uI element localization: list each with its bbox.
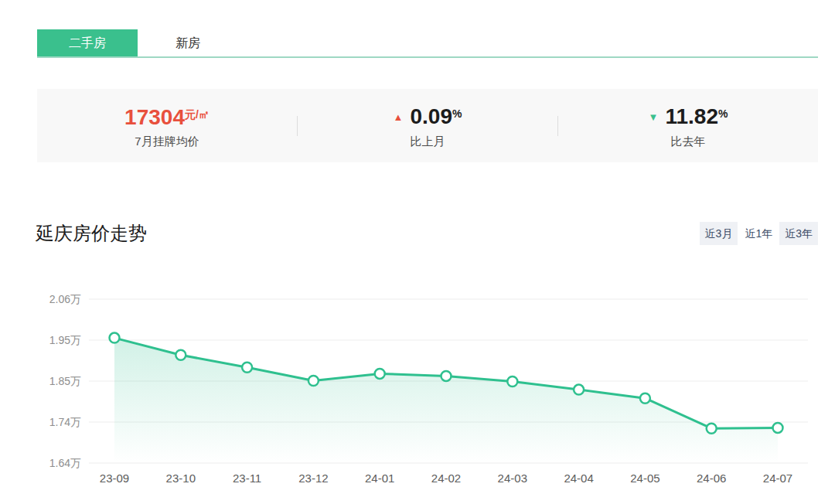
- mom-change: ▲0.09%: [298, 102, 557, 129]
- data-point-marker[interactable]: [773, 423, 783, 433]
- data-point-marker[interactable]: [574, 385, 584, 395]
- x-tick-label: 24-03: [498, 472, 527, 485]
- up-triangle-icon: ▲: [394, 111, 404, 123]
- range-button-3months[interactable]: 近3月: [700, 222, 738, 245]
- range-button-3years[interactable]: 近3年: [779, 222, 818, 245]
- data-point-marker[interactable]: [640, 393, 650, 404]
- y-tick-label: 2.06万: [49, 293, 81, 305]
- down-triangle-icon: ▼: [649, 111, 659, 123]
- average-price-label: 7月挂牌均价: [37, 135, 297, 149]
- yoy-change-value: 11.82: [665, 104, 718, 128]
- data-point-marker[interactable]: [176, 350, 186, 360]
- mom-change-unit: %: [452, 107, 462, 120]
- tab-bar: 二手房 新房: [37, 29, 818, 58]
- data-point-marker[interactable]: [242, 363, 252, 373]
- price-trend-svg: 2.06万1.95万1.85万1.74万1.64万23-0923-1023-11…: [37, 290, 813, 500]
- stat-month-over-month: ▲0.09% 比上月: [298, 102, 557, 149]
- mom-change-label: 比上月: [298, 135, 557, 149]
- x-tick-label: 23-11: [233, 472, 261, 485]
- y-tick-label: 1.74万: [49, 416, 81, 428]
- stat-year-over-year: ▼11.82% 比去年: [558, 102, 818, 149]
- average-price: 17304元/㎡: [37, 103, 297, 129]
- page-title: 延庆房价走势: [36, 221, 147, 246]
- x-tick-label: 23-09: [100, 472, 129, 485]
- average-price-value: 17304: [124, 105, 185, 129]
- x-tick-label: 24-01: [365, 472, 394, 485]
- x-tick-label: 23-12: [298, 472, 328, 485]
- y-tick-label: 1.95万: [49, 334, 81, 346]
- data-point-marker[interactable]: [308, 376, 319, 386]
- data-point-marker[interactable]: [707, 424, 717, 434]
- x-tick-label: 24-04: [564, 472, 593, 485]
- data-point-marker[interactable]: [507, 376, 517, 387]
- y-tick-label: 1.85万: [49, 375, 81, 387]
- stat-average-price: 17304元/㎡ 7月挂牌均价: [37, 103, 297, 149]
- yoy-change-unit: %: [718, 107, 728, 120]
- x-tick-label: 24-02: [431, 472, 461, 485]
- mom-change-value: 0.09: [410, 104, 452, 128]
- section-header: 延庆房价走势 近3月 近1年 近3年: [36, 220, 818, 247]
- x-tick-label: 24-07: [763, 472, 792, 485]
- data-point-marker[interactable]: [375, 369, 385, 379]
- tab-secondhand[interactable]: 二手房: [37, 29, 138, 56]
- yoy-change: ▼11.82%: [558, 102, 818, 129]
- time-range-switcher: 近3月 近1年 近3年: [700, 222, 818, 245]
- data-point-marker[interactable]: [441, 371, 452, 381]
- average-price-unit: 元/㎡: [185, 108, 210, 121]
- yoy-change-label: 比去年: [558, 135, 818, 149]
- x-tick-label: 24-06: [697, 472, 726, 485]
- price-trend-chart: 2.06万1.95万1.85万1.74万1.64万23-0923-1023-11…: [37, 290, 813, 500]
- x-tick-label: 23-10: [166, 472, 196, 485]
- range-button-1year[interactable]: 近1年: [739, 222, 778, 245]
- data-point-marker[interactable]: [110, 333, 120, 343]
- y-tick-label: 1.64万: [49, 457, 81, 469]
- price-area: [114, 338, 778, 463]
- stats-panel: 17304元/㎡ 7月挂牌均价 ▲0.09% 比上月 ▼11.82% 比去年: [37, 89, 818, 162]
- x-tick-label: 24-05: [630, 472, 659, 485]
- tab-new[interactable]: 新房: [138, 29, 238, 56]
